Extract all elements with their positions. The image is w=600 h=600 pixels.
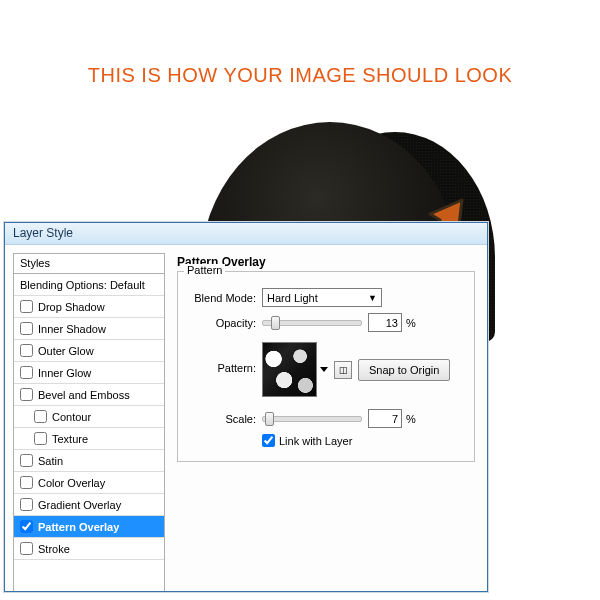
slider-thumb[interactable] [265,412,274,426]
style-satin[interactable]: Satin [14,450,164,472]
effect-settings-panel: Pattern Overlay Pattern Blend Mode: Hard… [165,245,487,591]
checkbox[interactable] [20,322,33,335]
style-label: Inner Shadow [38,323,106,335]
pattern-new-button[interactable]: ◫ [334,361,352,379]
link-with-layer-checkbox[interactable] [262,434,275,447]
blend-mode-label: Blend Mode: [188,292,256,304]
layer-style-dialog: Layer Style Styles Blending Options: Def… [4,222,488,592]
style-label: Outer Glow [38,345,94,357]
style-label: Pattern Overlay [38,521,119,533]
checkbox[interactable] [20,476,33,489]
checkbox[interactable] [20,454,33,467]
styles-header[interactable]: Styles [14,254,164,274]
style-drop-shadow[interactable]: Drop Shadow [14,296,164,318]
scale-slider[interactable] [262,416,362,422]
style-label: Bevel and Emboss [38,389,130,401]
scale-input[interactable] [368,409,402,428]
style-outer-glow[interactable]: Outer Glow [14,340,164,362]
style-bevel-emboss[interactable]: Bevel and Emboss [14,384,164,406]
style-stroke[interactable]: Stroke [14,538,164,560]
scale-unit: % [406,413,416,425]
checkbox[interactable] [20,542,33,555]
checkbox[interactable] [20,498,33,511]
slider-thumb[interactable] [271,316,280,330]
blend-mode-value: Hard Light [267,292,318,304]
dialog-titlebar[interactable]: Layer Style [5,223,487,245]
blend-mode-select[interactable]: Hard Light ▼ [262,288,382,307]
checkbox[interactable] [34,410,47,423]
checkbox[interactable] [20,520,33,533]
style-label: Stroke [38,543,70,555]
chevron-down-icon: ▼ [368,293,381,303]
blending-options-row[interactable]: Blending Options: Default [14,274,164,296]
style-label: Color Overlay [38,477,105,489]
style-gradient-overlay[interactable]: Gradient Overlay [14,494,164,516]
scale-label: Scale: [188,413,256,425]
style-texture[interactable]: Texture [14,428,164,450]
checkbox[interactable] [20,388,33,401]
opacity-label: Opacity: [188,317,256,329]
style-label: Gradient Overlay [38,499,121,511]
style-color-overlay[interactable]: Color Overlay [14,472,164,494]
style-label: Drop Shadow [38,301,105,313]
style-label: Inner Glow [38,367,91,379]
style-contour[interactable]: Contour [14,406,164,428]
checkbox[interactable] [20,300,33,313]
header-caption: THIS IS HOW YOUR IMAGE SHOULD LOOK [0,64,600,87]
pattern-swatch[interactable] [262,342,317,397]
opacity-input[interactable] [368,313,402,332]
style-label: Satin [38,455,63,467]
checkbox[interactable] [20,366,33,379]
style-pattern-overlay[interactable]: Pattern Overlay [14,516,164,538]
opacity-unit: % [406,317,416,329]
style-inner-glow[interactable]: Inner Glow [14,362,164,384]
checkbox[interactable] [20,344,33,357]
link-with-layer-label: Link with Layer [279,435,352,447]
style-label: Texture [52,433,88,445]
opacity-slider[interactable] [262,320,362,326]
style-label: Contour [52,411,91,423]
pattern-fieldset: Pattern Blend Mode: Hard Light ▼ Opacity… [177,271,475,462]
snap-to-origin-button[interactable]: Snap to Origin [358,359,450,381]
styles-list: Styles Blending Options: Default Drop Sh… [13,253,165,591]
pattern-dropdown-icon[interactable] [320,367,328,372]
fieldset-legend: Pattern [184,264,225,276]
checkbox[interactable] [34,432,47,445]
style-inner-shadow[interactable]: Inner Shadow [14,318,164,340]
pattern-label: Pattern: [188,362,256,374]
